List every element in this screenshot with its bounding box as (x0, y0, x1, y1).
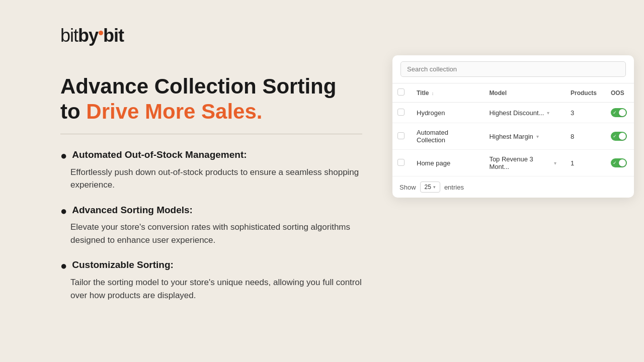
row2-oos-toggle[interactable] (611, 132, 627, 141)
row3-products: 1 (564, 150, 604, 176)
row2-products: 8 (564, 123, 604, 150)
heading-divider (60, 134, 362, 134)
row3-checkbox-cell (392, 150, 410, 176)
table-header-row: Title ↕ Model Products OOS (392, 83, 634, 103)
header-title: Title ↕ (410, 83, 482, 103)
row1-title: Hydrogen (410, 103, 482, 123)
row2-oos (604, 123, 634, 150)
row1-checkbox[interactable] (397, 109, 405, 116)
row3-model-chevron[interactable]: ▾ (554, 160, 556, 166)
logo-container: bitbybit (60, 25, 362, 46)
logo-bit1: bit (60, 25, 78, 46)
bullet-3: ● (60, 258, 67, 274)
right-content: Title ↕ Model Products OOS (392, 25, 634, 198)
feature-desc-3: Tailor the sorting model to your store's… (60, 276, 362, 302)
row2-toggle-knob (619, 133, 626, 140)
row3-checkbox[interactable] (397, 159, 405, 166)
table-footer: Show 25 ▾ entries (392, 176, 634, 198)
header-products: Products (564, 83, 604, 103)
feature-title-3-suffix: : (171, 259, 174, 270)
header-checkbox[interactable] (397, 88, 405, 96)
bullet-2: ● (60, 204, 67, 219)
feature-title-3-text: Customizable Sorting (72, 259, 170, 270)
heading-line2-plain: to (60, 100, 86, 123)
logo-by: by (78, 25, 98, 46)
show-label: Show (399, 184, 416, 191)
feature-item-2: ● Advanced Sorting Models: Elevate your … (60, 204, 362, 247)
entries-value: 25 (425, 184, 431, 191)
row1-products: 3 (564, 103, 604, 123)
feature-title-row-3: ● Customizable Sorting: (60, 258, 362, 274)
row1-model-chevron[interactable]: ▾ (547, 110, 549, 116)
feature-title-1: Automated Out-of-Stock Management: (72, 148, 247, 162)
logo-bit2: bit (103, 25, 124, 46)
heading-line1: Advance Collection Sorting (60, 74, 336, 98)
page-container: bitbybit Advance Collection Sorting to D… (0, 0, 644, 362)
feature-item-1: ● Automated Out-of-Stock Management: Eff… (60, 148, 362, 192)
row1-toggle-knob (619, 109, 626, 116)
row2-checkbox-cell (392, 123, 410, 150)
row3-title: Home page (410, 150, 482, 176)
table-wrapper: Title ↕ Model Products OOS (392, 83, 634, 176)
title-sort-icon[interactable]: ↕ (432, 91, 434, 96)
row1-oos (604, 103, 634, 123)
search-bar-container (392, 55, 634, 83)
header-model: Model (482, 83, 564, 103)
entries-select[interactable]: 25 ▾ (420, 182, 440, 193)
header-checkbox-col (392, 83, 410, 103)
feature-list: ● Automated Out-of-Stock Management: Eff… (60, 148, 362, 302)
table-row: Home page Top Revenue 3 Mont... ▾ 1 (392, 150, 634, 176)
heading-line2-orange: Drive More Sales. (86, 100, 262, 123)
feature-title-row-1: ● Automated Out-of-Stock Management: (60, 148, 362, 164)
feature-title-2: Advanced Sorting Models: (72, 204, 193, 217)
table-card: Title ↕ Model Products OOS (392, 55, 634, 198)
logo: bitbybit (60, 25, 124, 46)
row2-checkbox[interactable] (397, 132, 405, 139)
search-input[interactable] (400, 61, 626, 77)
table-row: Hydrogen Highest Discount... ▾ 3 (392, 103, 634, 123)
entries-label: entries (444, 184, 464, 191)
row3-model: Top Revenue 3 Mont... ▾ (482, 150, 564, 176)
row2-title: Automated Collection (410, 123, 482, 150)
logo-dot (99, 31, 103, 35)
header-oos: OOS (604, 83, 634, 103)
main-heading: Advance Collection Sorting to Drive More… (60, 74, 362, 125)
row2-model-chevron[interactable]: ▾ (536, 134, 539, 139)
feature-desc-1: Effortlessly push down out-of-stock prod… (60, 166, 362, 192)
entries-chevron-icon: ▾ (433, 185, 436, 190)
bullet-1: ● (60, 148, 67, 164)
row1-oos-toggle[interactable] (611, 108, 627, 117)
feature-desc-2: Elevate your store's conversion rates wi… (60, 221, 362, 246)
feature-title-row-2: ● Advanced Sorting Models: (60, 204, 362, 219)
row1-model: Highest Discount... ▾ (482, 103, 564, 123)
row3-toggle-knob (619, 159, 626, 166)
left-content: bitbybit Advance Collection Sorting to D… (60, 25, 362, 302)
row1-checkbox-cell (392, 103, 410, 123)
feature-title-3: Customizable Sorting: (72, 258, 174, 272)
feature-item-3: ● Customizable Sorting: Tailor the sorti… (60, 258, 362, 302)
row3-oos (604, 150, 634, 176)
row2-model: Highest Margin ▾ (482, 123, 564, 150)
collections-table: Title ↕ Model Products OOS (392, 83, 634, 176)
row3-oos-toggle[interactable] (611, 158, 627, 167)
table-row: Automated Collection Highest Margin ▾ 8 (392, 123, 634, 150)
